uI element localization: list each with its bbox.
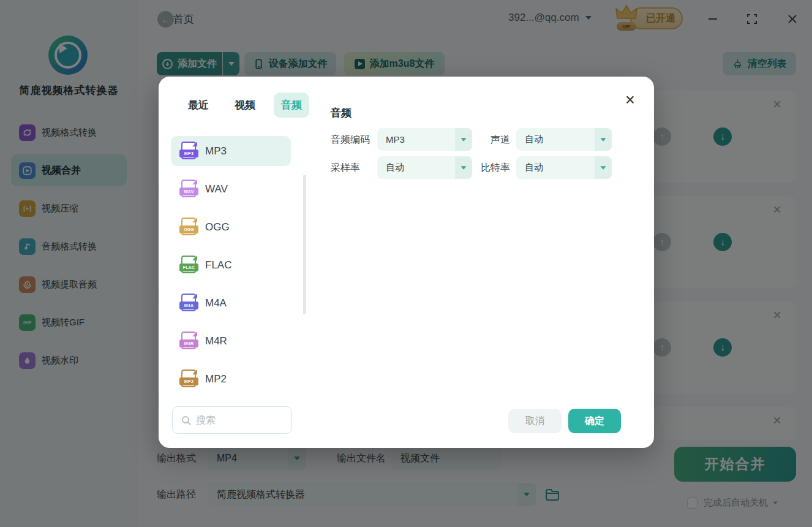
m4a-file-icon: M4A [181, 294, 197, 313]
format-select-dialog: 最近 视频 音频 MP3 MP3 WAV WAV OGG OGG [159, 77, 654, 448]
format-list-scrollbar[interactable] [303, 175, 306, 314]
format-item-m4r[interactable]: M4R M4R [171, 326, 291, 356]
format-item-wav[interactable]: WAV WAV [171, 174, 291, 204]
chevron-down-icon [455, 128, 472, 151]
app-window: 简鹿视频格式转换器 视频格式转换 视频合并 视频压缩 [0, 0, 812, 527]
tab-recent[interactable]: 最近 [181, 93, 216, 118]
search-input[interactable] [196, 415, 282, 426]
mp3-file-icon: MP3 [181, 142, 197, 161]
format-item-mp2[interactable]: MP2 MP2 [171, 364, 291, 394]
tab-audio[interactable]: 音频 [274, 93, 309, 118]
sample-rate-label: 采样率 [331, 162, 360, 175]
format-item-m4a[interactable]: M4A M4A [171, 288, 291, 318]
audio-codec-label: 音频编码 [331, 134, 370, 146]
m4r-file-icon: M4R [181, 332, 197, 351]
bitrate-select[interactable]: 自动 [516, 156, 612, 179]
close-dialog-icon[interactable]: × [622, 91, 639, 108]
chevron-down-icon [595, 128, 612, 151]
sample-rate-select[interactable]: 自动 [377, 156, 472, 179]
channels-label: 声道 [491, 134, 510, 146]
format-search-box[interactable] [172, 406, 292, 434]
wav-file-icon: WAV [181, 180, 197, 199]
cancel-button[interactable]: 取消 [508, 409, 562, 433]
flac-file-icon: FLAC [181, 256, 197, 275]
tab-video[interactable]: 视频 [227, 93, 263, 118]
chevron-down-icon [455, 156, 472, 179]
format-item-ogg[interactable]: OGG OGG [171, 212, 291, 242]
channels-select[interactable]: 自动 [516, 128, 612, 151]
format-item-mp3[interactable]: MP3 MP3 [171, 136, 291, 166]
panel-title: 音频 [331, 106, 351, 120]
chevron-down-icon [595, 156, 612, 179]
bitrate-label: 比特率 [481, 162, 510, 175]
ogg-file-icon: OGG [181, 218, 197, 237]
format-list: MP3 MP3 WAV WAV OGG OGG FLAC FLAC [171, 136, 291, 402]
search-icon [181, 415, 191, 425]
mp2-file-icon: MP2 [181, 370, 197, 389]
format-item-flac[interactable]: FLAC FLAC [171, 250, 291, 280]
format-tabs: 最近 视频 音频 [181, 93, 309, 118]
confirm-button[interactable]: 确定 [568, 409, 621, 433]
audio-codec-select[interactable]: MP3 [377, 128, 472, 151]
